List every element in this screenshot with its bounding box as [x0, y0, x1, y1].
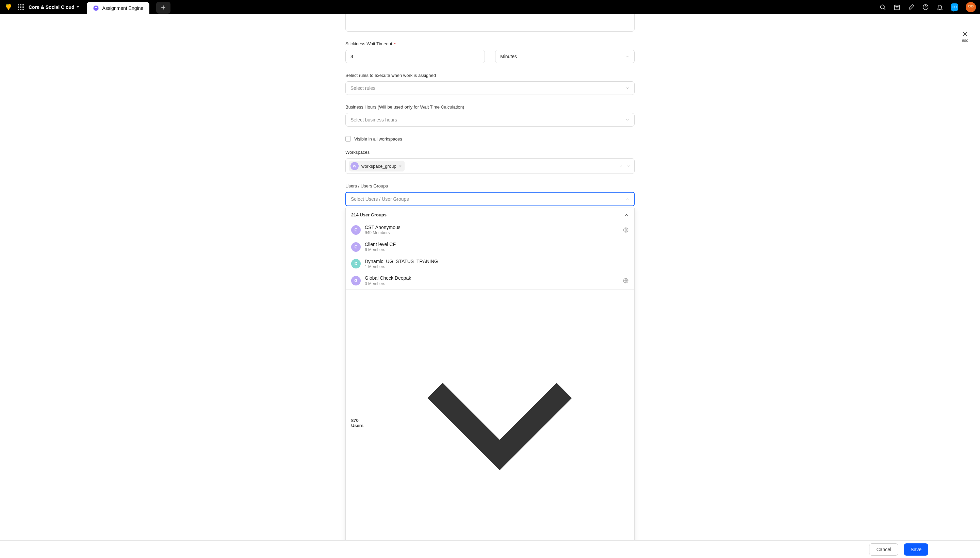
top-bar-right: 20 — [879, 2, 976, 12]
previous-field-box[interactable] — [345, 14, 635, 32]
close-panel-button[interactable]: esc — [962, 31, 969, 43]
new-tab-button[interactable] — [156, 2, 171, 14]
group-members: 1 Members — [365, 264, 629, 270]
dd-groups-list: CCST Anonymous949 MembersCClient level C… — [346, 222, 634, 289]
group-text: Global Check Deepak0 Members — [365, 275, 619, 287]
dd-group-item[interactable]: CClient level CF6 Members — [346, 238, 634, 256]
rules-select[interactable]: Select rules — [345, 81, 635, 95]
visible-all-checkbox[interactable] — [345, 136, 351, 141]
chevron-down-icon — [371, 294, 629, 552]
dd-group-item[interactable]: CCST Anonymous949 Members — [346, 222, 634, 238]
bh-label: Business Hours (Will be used only for Wa… — [345, 105, 635, 110]
rules-label: Select rules to execute when work is ass… — [345, 73, 635, 78]
chevron-down-icon[interactable] — [626, 164, 630, 168]
clear-all-icon[interactable] — [619, 164, 623, 168]
tab-icon — [93, 5, 99, 11]
chat-icon[interactable] — [951, 3, 958, 11]
search-icon[interactable] — [879, 4, 886, 11]
dd-group-item[interactable]: GGlobal Check Deepak0 Members — [346, 272, 634, 289]
app-launcher-icon[interactable] — [18, 4, 24, 10]
chip-avatar: W — [350, 162, 359, 170]
globe-icon — [623, 277, 629, 284]
app-logo-icon[interactable] — [4, 3, 13, 11]
rules-placeholder: Select rules — [350, 85, 375, 91]
visible-all-row: Visible in all workspaces — [345, 136, 635, 141]
chip-remove-icon[interactable]: × — [399, 164, 402, 168]
bh-placeholder: Select business hours — [350, 117, 397, 123]
stickiness-value-field[interactable] — [350, 54, 480, 59]
group-text: Client level CF6 Members — [365, 241, 629, 253]
dd-users-count: 870 Users — [351, 418, 371, 428]
dd-groups-header[interactable]: 214 User Groups — [346, 208, 634, 222]
save-button[interactable]: Save — [904, 543, 928, 556]
group-text: Dynamic_UG_STATUS_TRANING1 Members — [365, 258, 629, 270]
user-avatar[interactable] — [966, 2, 976, 12]
group-name: Client level CF — [365, 241, 629, 247]
workspace-chip: W workspace_group × — [349, 161, 405, 171]
users-groups-select[interactable]: Select Users / User Groups — [345, 192, 635, 206]
top-bar: Core & Social Cloud Assignment Engine 20 — [0, 0, 980, 14]
stickiness-label: Stickiness Wait Timeout • — [345, 41, 635, 46]
dd-groups-count: 214 User Groups — [351, 212, 387, 217]
group-text: CST Anonymous949 Members — [365, 224, 619, 236]
stickiness-unit-value: Minutes — [500, 54, 517, 59]
tab-assignment-engine[interactable]: Assignment Engine — [87, 2, 150, 14]
group-avatar: C — [351, 225, 361, 235]
chevron-up-icon — [625, 197, 629, 201]
group-avatar: C — [351, 242, 361, 252]
chevron-down-icon — [625, 118, 630, 122]
bh-select[interactable]: Select business hours — [345, 113, 635, 126]
dd-group-item[interactable]: DDynamic_UG_STATUS_TRANING1 Members — [346, 256, 634, 272]
workspace-switcher[interactable]: Core & Social Cloud — [29, 5, 79, 10]
bottom-action-bar: Cancel Save — [0, 540, 980, 558]
stickiness-unit-select[interactable]: Minutes — [495, 50, 635, 63]
chevron-down-icon — [77, 6, 79, 8]
form-panel: Stickiness Wait Timeout • Minutes Select… — [345, 14, 635, 558]
group-name: Global Check Deepak — [365, 275, 619, 281]
workspaces-chip-input[interactable]: W workspace_group × — [345, 158, 635, 174]
field-business-hours: Business Hours (Will be used only for Wa… — [345, 105, 635, 126]
svg-point-7 — [969, 5, 970, 7]
workspaces-label: Workspaces — [345, 150, 635, 155]
svg-point-8 — [972, 5, 973, 7]
dd-users-header[interactable]: 870 Users — [346, 290, 634, 556]
group-members: 949 Members — [365, 230, 619, 236]
workspace-name-label: Core & Social Cloud — [29, 5, 74, 10]
chevron-up-icon — [624, 213, 629, 217]
field-rules: Select rules to execute when work is ass… — [345, 73, 635, 95]
group-avatar: G — [351, 276, 361, 286]
group-name: Dynamic_UG_STATUS_TRANING — [365, 258, 629, 264]
chip-label: workspace_group — [361, 164, 396, 169]
visible-all-label: Visible in all workspaces — [354, 136, 402, 141]
group-members: 0 Members — [365, 281, 619, 287]
svg-point-1 — [880, 5, 885, 9]
cancel-button[interactable]: Cancel — [869, 543, 898, 556]
group-members: 6 Members — [365, 247, 629, 253]
top-bar-left: Core & Social Cloud Assignment Engine — [4, 0, 171, 14]
users-label: Users / Users Groups — [345, 184, 635, 189]
stickiness-value-input[interactable] — [345, 50, 485, 63]
calendar-date-badge: 20 — [893, 6, 900, 8]
users-placeholder: Select Users / User Groups — [351, 196, 409, 202]
calendar-icon[interactable]: 20 — [893, 4, 900, 11]
group-avatar: D — [351, 259, 361, 268]
globe-icon — [623, 227, 629, 233]
help-icon[interactable] — [922, 4, 929, 11]
field-stickiness: Stickiness Wait Timeout • Minutes — [345, 41, 635, 63]
chevron-down-icon — [625, 54, 630, 59]
bell-icon[interactable] — [936, 4, 943, 11]
tab-label: Assignment Engine — [102, 5, 144, 11]
field-users-groups: Users / Users Groups Select Users / User… — [345, 184, 635, 556]
field-workspaces: Workspaces W workspace_group × — [345, 150, 635, 174]
group-name: CST Anonymous — [365, 224, 619, 230]
users-groups-dropdown: 214 User Groups CCST Anonymous949 Member… — [345, 208, 635, 556]
esc-label: esc — [962, 38, 969, 43]
svg-point-4 — [966, 2, 976, 12]
edit-icon[interactable] — [908, 4, 915, 11]
chevron-down-icon — [625, 86, 630, 90]
